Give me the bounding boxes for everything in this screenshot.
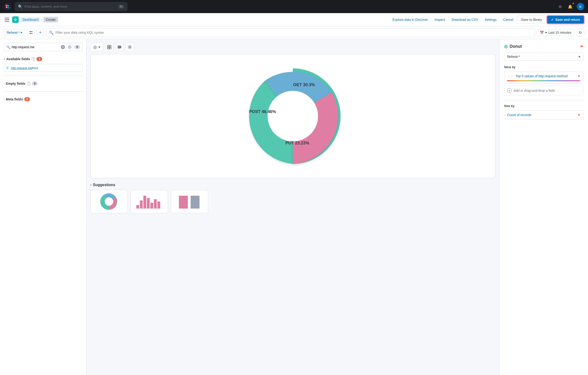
suggestions-section: ▾ Suggestions — [90, 183, 495, 213]
right-panel: ◎ Donut ✏ filebeat-* ▾ Slice by ⋮⋮ Top 5… — [499, 39, 588, 375]
global-search-input[interactable] — [25, 5, 116, 8]
save-to-library-button[interactable]: Save to library — [517, 16, 546, 24]
slice-item-remove-button[interactable]: ✕ — [578, 74, 580, 78]
available-fields-help-icon[interactable]: ? — [31, 57, 35, 61]
datasource-selector[interactable]: filebeat-* ▾ — [504, 53, 583, 61]
elastic-logo-icon — [4, 3, 11, 10]
meta-fields-section-header[interactable]: › Meta fields 0 — [4, 95, 83, 103]
kql-filter-input[interactable] — [55, 31, 532, 34]
size-by-label: Size by — [504, 104, 583, 108]
field-search-wrap[interactable]: 🔍 ✕ 0 — [4, 43, 83, 51]
nav-actions-group: Explore data in Discover Inspect Downloa… — [390, 15, 584, 24]
elastic-logo[interactable] — [4, 3, 11, 10]
chart-type-selector[interactable]: ◎ ▾ — [90, 43, 103, 51]
size-by-item[interactable]: Count of records ✕ — [504, 110, 583, 119]
slice-by-item[interactable]: ⋮⋮ Top 5 values of http.request.method ✕ — [504, 72, 583, 84]
svg-rect-40 — [191, 196, 200, 203]
plus-icon: + — [39, 30, 42, 35]
download-csv-link[interactable]: Download as CSV — [449, 16, 481, 23]
suggestions-chevron[interactable]: ▾ — [90, 184, 92, 186]
drag-handle-icon[interactable]: ⋮⋮ — [507, 75, 514, 78]
field-filter-type-button[interactable] — [66, 44, 73, 50]
available-fields-section-header[interactable]: ▾ Available fields ? 1 — [4, 55, 83, 63]
edit-panel-title-icon[interactable]: ✏ — [580, 44, 583, 49]
svg-rect-35 — [158, 201, 160, 209]
size-by-remove-button[interactable]: ✕ — [578, 113, 580, 117]
cancel-link[interactable]: Cancel — [500, 16, 516, 23]
svg-point-24 — [120, 47, 121, 47]
svg-rect-7 — [5, 21, 9, 22]
empty-fields-chevron: › — [4, 82, 4, 85]
suggestions-toolbar-button[interactable] — [105, 43, 114, 51]
refresh-button[interactable]: ↻ — [576, 29, 584, 36]
help-icon: ⊙ — [558, 4, 562, 9]
explore-data-link[interactable]: Explore data in Discover — [390, 16, 431, 23]
kql-search-icon: 🔍 — [49, 30, 53, 35]
svg-point-4 — [7, 6, 10, 9]
field-filter-count-badge: 0 — [74, 45, 80, 49]
slice-item-text: Top 5 values of http.request.method — [515, 74, 576, 78]
svg-rect-30 — [140, 200, 143, 209]
suggestions-header: ▾ Suggestions — [90, 183, 495, 187]
size-by-item-text: Count of records — [507, 113, 531, 117]
suggestion-card-donut[interactable] — [90, 190, 128, 213]
field-filter-icon — [68, 45, 71, 49]
breadcrumb-dashboard-link[interactable]: Dashboard — [21, 17, 41, 22]
field-search-clear-button[interactable]: ✕ — [61, 45, 65, 49]
add-field-label: Add or drag-and-drop a field — [514, 89, 555, 92]
chevron-down-icon: ▾ — [545, 31, 547, 34]
empty-fields-section-header[interactable]: › Empty fields ? 0 — [4, 80, 83, 88]
svg-rect-34 — [154, 199, 157, 209]
svg-point-26 — [129, 46, 130, 48]
search-icon: 🔍 — [18, 4, 23, 9]
donut-chart: GET 30.3% POST 46.46% PUT 23.23% — [237, 60, 349, 172]
center-area: ◎ ▾ — [86, 39, 499, 375]
kql-filter-input-wrap[interactable]: 🔍 — [46, 28, 535, 37]
hamburger-icon — [5, 18, 9, 22]
field-search-input[interactable] — [12, 45, 59, 49]
save-and-return-button[interactable]: ✓ Save and return — [547, 15, 584, 24]
chart-container: GET 30.3% POST 46.46% PUT 23.23% — [90, 54, 495, 178]
available-fields-label: Available fields — [6, 57, 30, 61]
panel-title: ◎ Donut ✏ — [504, 44, 583, 49]
left-sidebar: 🔍 ✕ 0 ▾ Available fields ? 1 t http.requ… — [0, 39, 86, 375]
empty-fields-help-icon[interactable]: ? — [27, 82, 31, 86]
chart-label-get: GET 30.3% — [293, 82, 315, 87]
svg-point-25 — [119, 47, 119, 48]
filter-options-button[interactable] — [27, 29, 35, 36]
gear-icon — [128, 45, 132, 49]
svg-rect-6 — [5, 19, 9, 20]
notifications-icon-button[interactable]: 🔔 — [567, 3, 574, 10]
hamburger-menu-button[interactable] — [4, 17, 10, 22]
add-filter-button[interactable]: + — [36, 29, 44, 36]
svg-rect-31 — [143, 196, 146, 209]
inspect-link[interactable]: Inspect — [432, 16, 448, 23]
breadcrumb-current-page: Create — [43, 17, 58, 22]
global-search-bar[interactable]: 🔍 ⌘/ — [15, 2, 127, 11]
suggestion-card-bar[interactable] — [130, 190, 168, 213]
panel-title-icon: ◎ — [504, 44, 508, 49]
options-toolbar-button[interactable] — [115, 43, 124, 51]
section-divider-1 — [4, 76, 83, 76]
svg-point-28 — [105, 197, 113, 206]
main-layout: 🔍 ✕ 0 ▾ Available fields ? 1 t http.requ… — [0, 39, 588, 375]
svg-point-3 — [6, 7, 7, 8]
svg-rect-19 — [109, 47, 111, 49]
add-field-button[interactable]: + Add or drag-and-drop a field — [504, 86, 583, 96]
time-picker[interactable]: 📅 ▾ Last 15 minutes — [537, 29, 574, 36]
top-navigation: 🔍 ⌘/ ⊙ 🔔 E — [0, 0, 588, 13]
donut-icon: ◎ — [93, 44, 97, 50]
index-selector[interactable]: filebeat-* ▾ — [4, 29, 25, 36]
empty-fields-count-badge: 0 — [32, 81, 38, 86]
field-type-badge: t — [6, 66, 9, 70]
field-item-http-request-method[interactable]: t http.request.method — [4, 64, 83, 72]
user-avatar[interactable]: E — [577, 3, 584, 10]
panel-title-label: Donut — [510, 44, 522, 49]
help-icon-button[interactable]: ⊙ — [556, 3, 564, 10]
secondary-navigation: D Dashboard › Create Explore data in Dis… — [0, 13, 588, 26]
suggestion-bar-preview — [135, 193, 163, 210]
meta-fields-chevron: › — [4, 98, 4, 101]
suggestion-card-stacked[interactable] — [171, 190, 208, 213]
settings-toolbar-button[interactable] — [126, 43, 134, 51]
settings-link[interactable]: Settings — [482, 16, 500, 23]
